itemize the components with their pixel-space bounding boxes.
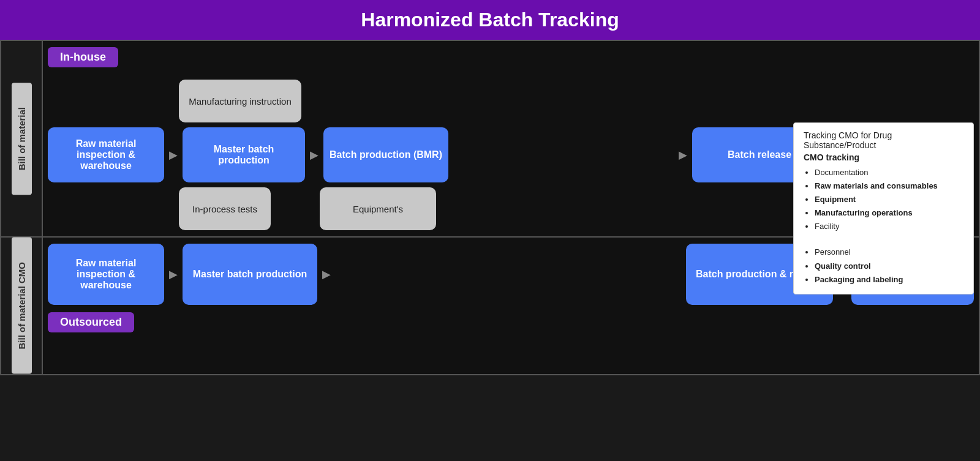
cmo-tooltip-list2: Personnel Quality control Packaging and …: [804, 245, 963, 286]
cmo-arrow1: ▶: [169, 268, 178, 281]
bom-label-col: Bill of material: [1, 41, 43, 236]
cmo-item-8: Packaging and labeling: [815, 273, 963, 287]
bom-cmo-label-col: Bill of material CMO: [1, 238, 43, 374]
cmo-master-batch-box: Master batch production: [183, 244, 317, 305]
cmo-tooltip-title1: Tracking CMO for Drug Substance/Product: [804, 130, 963, 150]
in-process-tests-box: In-process tests: [179, 187, 271, 230]
cmo-item-5: Facility: [815, 220, 963, 233]
cmo-item-3: Equipment: [815, 193, 963, 206]
cmo-tooltip-list: Documentation Raw materials and consumab…: [804, 166, 963, 233]
cmo-item-4: Manufacturing operations: [815, 206, 963, 220]
page-header: Harmonized Batch Tracking: [0, 0, 980, 40]
inhouse-content: In-house Manufacturing instruction: [43, 41, 979, 236]
arrow1: ▶: [169, 148, 178, 162]
cmo-item-2: Raw materials and consumables: [815, 179, 963, 193]
cmo-item-6: Personnel: [815, 245, 963, 259]
cmo-raw-material-box: Raw material inspection & warehouse: [48, 244, 164, 305]
arrow2: ▶: [310, 148, 318, 162]
raw-material-box: Raw material inspection & warehouse: [48, 127, 164, 182]
outsourced-badge: Outsourced: [48, 312, 134, 332]
cmo-tooltip: Tracking CMO for Drug Substance/Product …: [793, 122, 974, 294]
equipments-box: Equipment's: [320, 187, 436, 230]
cmo-item-7: Quality control: [815, 260, 963, 273]
cmo-item-1: Documentation: [815, 166, 963, 179]
cmo-tooltip-title2: CMO tracking: [804, 152, 963, 162]
bom-label: Bill of material: [12, 83, 32, 195]
cmo-arrow2: ▶: [322, 268, 331, 281]
bom-cmo-label: Bill of material CMO: [12, 238, 32, 374]
inhouse-badge: In-house: [48, 47, 118, 67]
manufacturing-instruction-box: Manufacturing instruction: [179, 80, 301, 122]
arrow3: ▶: [679, 148, 687, 162]
inhouse-row: Bill of material In-house Manufacturing …: [1, 41, 979, 238]
page-title: Harmonized Batch Tracking: [0, 9, 980, 31]
master-batch-box: Master batch production: [183, 127, 305, 182]
batch-production-bmr-box: Batch production (BMR): [323, 127, 448, 182]
main-container: Bill of material In-house Manufacturing …: [0, 40, 980, 375]
